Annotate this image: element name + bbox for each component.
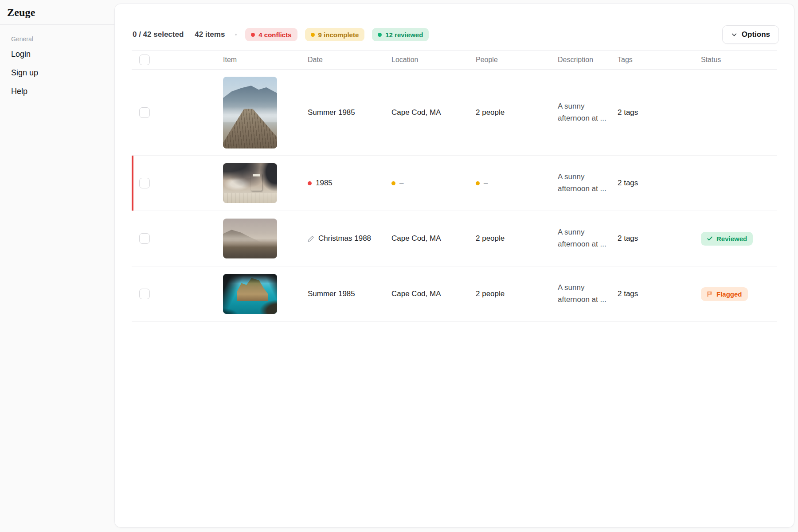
conflict-indicator-bar <box>132 156 133 211</box>
header-checkbox-cell <box>132 55 223 65</box>
row-4-checkbox[interactable] <box>139 289 150 299</box>
pencil-icon <box>308 235 314 242</box>
people-cell: 2 people <box>476 108 558 117</box>
description-cell: A sunny afternoon at ... <box>558 227 611 250</box>
separator-dot <box>235 34 237 35</box>
location-cell: Cape Cod, MA <box>391 108 476 117</box>
column-header-people: People <box>476 56 558 64</box>
table-row-4[interactable]: Summer 1985 Cape Cod, MA 2 people A sunn… <box>132 266 777 322</box>
incomplete-chip-label: 9 incomplete <box>318 31 359 39</box>
conflict-red-dot-icon <box>308 181 312 185</box>
row-3-checkbox[interactable] <box>139 233 150 244</box>
tags-cell: 2 tags <box>618 179 701 188</box>
table-row-1[interactable]: Summer 1985 Cape Cod, MA 2 people A sunn… <box>132 70 777 156</box>
conflicts-filter-chip[interactable]: 4 conflicts <box>245 28 297 41</box>
column-header-status: Status <box>701 56 778 64</box>
location-cell: – <box>391 179 476 188</box>
thumbnail-sea-cove-cliffs <box>223 274 277 314</box>
status-cell <box>701 109 778 117</box>
row-2-checkbox[interactable] <box>139 178 150 188</box>
thumbnail-wooden-pier-lake-mountains <box>223 77 277 149</box>
sidebar-item-help[interactable]: Help <box>11 87 103 96</box>
description-cell: A sunny afternoon at ... <box>558 282 611 306</box>
select-all-checkbox[interactable] <box>139 55 150 65</box>
flag-icon <box>707 291 713 297</box>
yellow-dot-icon <box>311 33 315 37</box>
reviewed-filter-chip[interactable]: 12 reviewed <box>372 28 429 41</box>
reviewed-badge-label: Reviewed <box>716 235 747 243</box>
people-cell: 2 people <box>476 234 558 243</box>
chevron-down-icon <box>731 31 737 38</box>
app-root: Zeuge General Login Sign up Help 0 / 42 … <box>0 0 798 532</box>
conflicts-chip-label: 4 conflicts <box>258 31 291 39</box>
incomplete-yellow-dot-icon <box>391 181 395 185</box>
sidebar-section-general: General <box>11 35 103 43</box>
sidebar-item-signup[interactable]: Sign up <box>11 68 103 78</box>
incomplete-filter-chip[interactable]: 9 incomplete <box>305 28 365 41</box>
green-dot-icon <box>378 33 382 37</box>
row-1-checkbox[interactable] <box>139 107 150 118</box>
thumbnail-red-postbox-on-wall <box>223 163 277 203</box>
column-header-date: Date <box>308 56 391 64</box>
toolbar: 0 / 42 selected 42 items 4 conflicts 9 i… <box>115 4 794 50</box>
status-cell <box>701 179 778 187</box>
column-header-tags: Tags <box>618 56 701 64</box>
location-cell: Cape Cod, MA <box>391 234 476 243</box>
red-dot-icon <box>251 33 255 37</box>
people-cell: 2 people <box>476 289 558 298</box>
items-count: 42 items <box>195 30 225 39</box>
sidebar-nav: General Login Sign up Help <box>0 25 114 116</box>
date-cell: 1985 <box>308 179 391 188</box>
date-cell: Summer 1985 <box>308 289 391 298</box>
incomplete-yellow-dot-icon <box>476 181 480 185</box>
column-header-description: Description <box>558 56 618 64</box>
location-cell: Cape Cod, MA <box>391 289 476 298</box>
tags-cell: 2 tags <box>618 108 701 117</box>
status-cell: Reviewed <box>701 232 778 246</box>
status-cell: Flagged <box>701 287 778 301</box>
selected-count: 0 / 42 selected <box>133 30 184 39</box>
reviewed-status-badge: Reviewed <box>701 232 753 246</box>
column-header-item: Item <box>223 56 308 64</box>
people-cell: – <box>476 179 558 188</box>
tags-cell: 2 tags <box>618 234 701 243</box>
app-logo: Zeuge <box>0 0 114 24</box>
content-card: 0 / 42 selected 42 items 4 conflicts 9 i… <box>114 4 794 528</box>
checkmark-icon <box>707 235 713 242</box>
date-cell-editable[interactable]: Christmas 1988 <box>308 234 391 243</box>
flagged-status-badge: Flagged <box>701 287 748 301</box>
options-button[interactable]: Options <box>722 25 779 44</box>
reviewed-chip-label: 12 reviewed <box>385 31 423 39</box>
items-table: Item Date Location People Description Ta… <box>132 50 777 322</box>
tags-cell: 2 tags <box>618 289 701 298</box>
column-header-location: Location <box>391 56 476 64</box>
description-cell: A sunny afternoon at ... <box>558 101 611 125</box>
table-header-row: Item Date Location People Description Ta… <box>132 50 777 70</box>
sidebar-item-login[interactable]: Login <box>11 50 103 59</box>
table-row-2[interactable]: 1985 – – A sunny afternoon at ... 2 tags <box>132 156 777 211</box>
table-row-3[interactable]: Christmas 1988 Cape Cod, MA 2 people A s… <box>132 211 777 266</box>
options-button-label: Options <box>742 30 770 39</box>
sidebar: Zeuge General Login Sign up Help <box>0 0 114 532</box>
thumbnail-foggy-hill-field <box>223 219 277 258</box>
flagged-badge-label: Flagged <box>716 290 742 298</box>
description-cell: A sunny afternoon at ... <box>558 171 611 195</box>
date-cell: Summer 1985 <box>308 108 391 117</box>
